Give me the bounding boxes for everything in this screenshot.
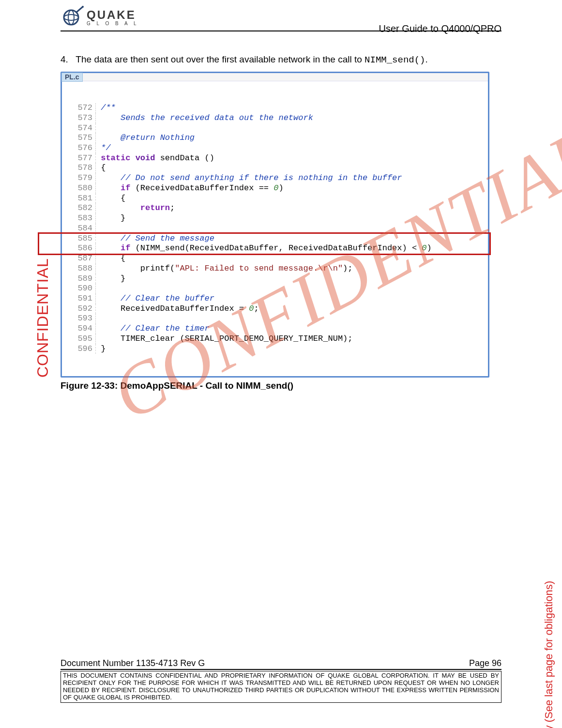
line-content: {	[96, 254, 125, 263]
para-text-before: The data are then sent out over the firs…	[76, 54, 365, 64]
line-content	[96, 314, 101, 323]
line-number: 583	[69, 213, 96, 224]
code-line: 596 }	[63, 344, 487, 354]
line-number: 596	[69, 344, 96, 354]
code-line: 590	[63, 284, 487, 294]
line-number: 573	[69, 113, 96, 123]
code-line: 584	[63, 224, 487, 234]
code-line: 593	[63, 314, 487, 324]
code-line: 578 {	[63, 163, 487, 173]
line-content: printf("APL: Failed to send message.\r\n…	[96, 264, 353, 273]
line-content	[96, 284, 101, 293]
line-content: // Clear the timer	[96, 324, 210, 333]
page-footer: Document Number 1135-4713 Rev G Page 96 …	[61, 658, 501, 703]
line-number: 572	[69, 103, 96, 113]
code-line: 574	[63, 123, 487, 134]
code-line: 586 if (NIMM_send(ReceivedDataBuffer, Re…	[63, 243, 487, 254]
code-line: 579 // Do not send anything if there is …	[63, 173, 487, 183]
confidential-watermark-left: CONFIDENTIAL	[34, 258, 52, 378]
code-line: 587 {	[63, 254, 487, 264]
page-header: QUAKE G L O B A L User Guide to Q4000/QP…	[61, 6, 501, 29]
para-text-after: .	[425, 54, 428, 64]
code-line: 595 TIMER_clear (SERIAL_PORT_DEMO_QUERY_…	[63, 334, 487, 344]
code-line: 582 return;	[63, 203, 487, 213]
line-content: return;	[96, 203, 175, 212]
line-number: 586	[69, 243, 96, 254]
line-content: }	[96, 274, 125, 283]
line-content: ReceivedDataBufferIndex = 0;	[96, 304, 259, 313]
svg-point-3	[82, 6, 84, 8]
line-number: 594	[69, 324, 96, 334]
body-paragraph: 4. The data are then sent out over the f…	[61, 53, 489, 67]
line-number: 591	[69, 294, 96, 304]
code-line: 572 /**	[63, 103, 487, 113]
line-content	[96, 123, 101, 133]
line-number: 595	[69, 334, 96, 344]
line-number: 593	[69, 314, 96, 324]
line-number: 589	[69, 274, 96, 284]
line-number: 590	[69, 284, 96, 294]
line-number: 581	[69, 194, 96, 204]
line-number: 587	[69, 254, 96, 264]
document-title: User Guide to Q4000/QPRO	[379, 23, 501, 34]
line-number: 588	[69, 264, 96, 274]
line-content: // Clear the buffer	[96, 294, 214, 303]
confidential-watermark-right: Information classified Confidential - Do…	[543, 581, 555, 728]
code-line: 581 {	[63, 194, 487, 204]
line-number: 585	[69, 234, 96, 244]
code-tab: PL.c	[61, 73, 83, 82]
code-line: 573 Sends the received data out the netw…	[63, 113, 487, 123]
line-content: }	[96, 213, 125, 223]
svg-point-2	[68, 10, 74, 25]
header-rule	[61, 30, 501, 31]
code-line: 589 }	[63, 274, 487, 284]
code-body: 572 /**573 Sends the received data out t…	[62, 81, 488, 376]
line-content: TIMER_clear (SERIAL_PORT_DEMO_QUERY_TIME…	[96, 334, 353, 343]
code-line: 591 // Clear the buffer	[63, 294, 487, 304]
line-number: 584	[69, 224, 96, 234]
line-number: 592	[69, 304, 96, 314]
figure-caption: Figure 12-33: DemoAppSERIAL - Call to NI…	[61, 380, 489, 391]
line-number: 574	[69, 123, 96, 134]
brand-subtitle: G L O B A L	[87, 21, 138, 26]
line-number: 582	[69, 203, 96, 213]
code-line: 592 ReceivedDataBufferIndex = 0;	[63, 304, 487, 314]
line-content: // Do not send anything if there is noth…	[96, 173, 402, 182]
line-number: 580	[69, 183, 96, 194]
code-line: 588 printf("APL: Failed to send message.…	[63, 264, 487, 274]
list-number: 4.	[61, 54, 68, 64]
code-line: 577 static void sendData ()	[63, 153, 487, 164]
code-tabbar: PL.c	[62, 73, 488, 81]
line-number: 577	[69, 153, 96, 164]
line-content: if (NIMM_send(ReceivedDataBuffer, Receiv…	[96, 243, 432, 253]
line-content: }	[96, 344, 106, 353]
line-number: 579	[69, 173, 96, 183]
code-line: 576 */	[63, 143, 487, 153]
svg-point-1	[64, 15, 78, 20]
code-line: 575 @return Nothing	[63, 133, 487, 143]
line-content: Sends the received data out the network	[96, 113, 313, 122]
line-number: 578	[69, 163, 96, 173]
line-content: {	[96, 194, 125, 203]
code-editor-screenshot: PL.c 572 /**573 Sends the received data …	[61, 72, 489, 378]
line-content: @return Nothing	[96, 133, 195, 142]
page-number: Page 96	[469, 658, 501, 668]
code-line: 594 // Clear the timer	[63, 324, 487, 334]
code-line: 580 if (ReceivedDataBufferIndex == 0)	[63, 183, 487, 194]
doc-number: Document Number 1135-4713 Rev G	[61, 658, 205, 668]
line-number: 575	[69, 133, 96, 143]
inline-code: NIMM_send()	[365, 55, 425, 65]
globe-icon	[61, 6, 84, 29]
line-number: 576	[69, 143, 96, 153]
line-content: // Send the message	[96, 234, 214, 243]
line-content: {	[96, 163, 106, 172]
disclaimer-text: THIS DOCUMENT CONTAINS CONFIDENTIAL AND …	[61, 671, 501, 703]
line-content: */	[96, 143, 111, 152]
line-content	[96, 224, 101, 233]
line-content: static void sendData ()	[96, 153, 214, 163]
brand-name: QUAKE	[87, 9, 138, 21]
line-content: if (ReceivedDataBufferIndex == 0)	[96, 183, 284, 193]
code-line: 585 // Send the message	[63, 234, 487, 244]
line-content: /**	[96, 103, 116, 112]
code-line: 583 }	[63, 213, 487, 224]
